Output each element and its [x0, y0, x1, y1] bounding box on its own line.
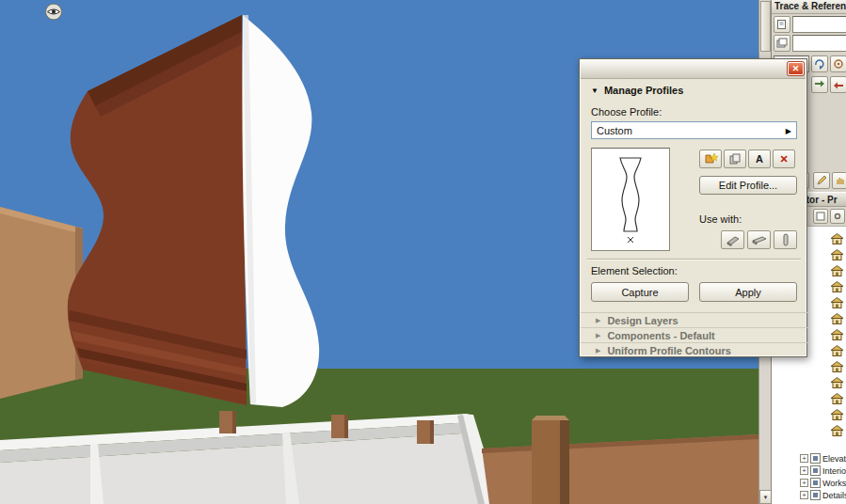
nav-item-elevations[interactable]: + Elevations	[772, 452, 846, 465]
nav-item-label: Details	[822, 491, 846, 500]
collapsed-triangle-icon: ▶	[596, 332, 600, 339]
rename-profile-button[interactable]: A	[748, 150, 771, 168]
collapsed-triangle-icon: ▶	[596, 317, 600, 324]
manage-profiles-section-header[interactable]: ▼ Manage Profiles	[591, 84, 683, 97]
reset-reference-button[interactable]	[830, 55, 846, 72]
nav-item-label: Interior Elevations	[822, 466, 846, 476]
nav-item-label: Worksheets	[822, 479, 846, 488]
story-house-icon	[831, 425, 843, 436]
new-profile-button[interactable]	[699, 150, 722, 168]
story-item[interactable]	[772, 358, 846, 374]
apply-button[interactable]: Apply	[699, 282, 797, 302]
section-label: Components - Default	[607, 330, 714, 341]
trace-reference-title[interactable]: Trace & Reference	[772, 0, 846, 14]
section-components-default[interactable]: ▶ Components - Default	[581, 327, 807, 342]
reference-source-dropdown[interactable]	[792, 35, 846, 52]
switch-reference-button[interactable]	[811, 76, 828, 93]
profile-outline-drawing	[592, 149, 669, 250]
scroll-down-icon: ▼	[763, 495, 769, 500]
story-item[interactable]	[772, 374, 846, 390]
element-selection-label: Element Selection:	[591, 265, 678, 276]
choose-profile-label: Choose Profile:	[591, 106, 662, 118]
navigator-settings-button[interactable]	[830, 209, 845, 224]
story-house-icon	[831, 313, 843, 324]
use-with-wall-button[interactable]	[721, 230, 744, 249]
expand-toggle-icon[interactable]: +	[800, 466, 808, 475]
section-label: Design Layers	[607, 315, 678, 326]
interior-elevation-icon	[810, 465, 821, 476]
archicad-window: ▼ Trace & Reference	[0, 0, 846, 504]
dropdown-arrow-icon: ▶	[786, 127, 791, 135]
eye-preview-button[interactable]	[43, 2, 64, 22]
story-house-icon	[831, 233, 843, 244]
transfer-reference-button[interactable]	[830, 76, 846, 93]
story-house-icon	[831, 409, 843, 420]
manage-profiles-dialog: ✕ ▼ Manage Profiles Choose Profile: Cust…	[579, 58, 807, 357]
detail-icon	[810, 490, 821, 500]
story-item[interactable]	[772, 422, 846, 438]
collapsed-sections: ▶ Design Layers ▶ Components - Default ▶…	[581, 312, 807, 357]
new-profile-icon	[703, 152, 718, 165]
swap-arrows-icon	[814, 79, 825, 90]
expand-toggle-icon[interactable]: +	[800, 454, 808, 463]
story-item[interactable]	[772, 406, 846, 422]
expand-toggle-icon[interactable]: +	[800, 479, 808, 487]
reference-settings-button[interactable]	[774, 35, 790, 52]
reference-page-icon	[776, 19, 788, 30]
nav-item-worksheets[interactable]: + Worksheets	[772, 477, 846, 489]
hand-tool-button[interactable]	[832, 172, 846, 189]
pencil-icon	[816, 175, 827, 186]
expand-toggle-icon[interactable]: +	[800, 491, 808, 499]
column-icon	[782, 233, 790, 246]
story-house-icon	[831, 361, 843, 372]
profile-select-value: Custom	[597, 125, 632, 136]
story-house-icon	[831, 393, 843, 404]
dialog-titlebar[interactable]	[581, 60, 806, 79]
trace-reference-button[interactable]	[774, 16, 790, 33]
worksheet-icon	[810, 478, 821, 488]
story-house-icon	[831, 377, 843, 388]
story-house-icon	[831, 249, 843, 260]
story-house-icon	[831, 265, 843, 276]
gear-icon	[833, 212, 842, 221]
eye-icon	[44, 3, 63, 21]
beam-icon	[752, 234, 767, 245]
story-item[interactable]	[772, 390, 846, 406]
rename-icon: A	[756, 153, 763, 165]
use-with-beam-button[interactable]	[747, 230, 771, 249]
delete-profile-button[interactable]: ✕	[773, 150, 795, 168]
capture-button[interactable]: Capture	[591, 282, 689, 302]
tree-view-icon	[816, 212, 825, 221]
nav-item-details[interactable]: + Details	[772, 489, 846, 501]
pencil-tool-button[interactable]	[813, 172, 830, 189]
use-with-column-button[interactable]	[774, 230, 797, 249]
section-label: Uniform Profile Contours	[607, 345, 730, 356]
section-design-layers[interactable]: ▶ Design Layers	[581, 312, 807, 327]
close-button[interactable]: ✕	[788, 62, 804, 75]
trace-option-dropdown[interactable]	[792, 16, 846, 33]
elevation-icon	[810, 453, 821, 464]
collapsed-triangle-icon: ▶	[596, 347, 600, 354]
reference-layers-icon	[776, 38, 788, 49]
story-house-icon	[831, 281, 843, 292]
use-with-label: Use with:	[699, 213, 742, 225]
profile-preview	[591, 148, 670, 251]
edit-profile-button[interactable]: Edit Profile...	[699, 176, 797, 195]
hand-icon	[835, 175, 846, 186]
rotate-icon	[814, 58, 825, 70]
swap-back-icon	[833, 79, 844, 90]
scrollbar-thumb[interactable]	[760, 1, 771, 52]
rotate-reference-button[interactable]	[811, 55, 828, 72]
wall-icon	[726, 234, 741, 246]
navigator-bottom-items: + Elevations + Interior Elevations + Wor…	[772, 452, 846, 501]
profile-toolbar: A ✕	[699, 150, 795, 168]
duplicate-profile-icon	[728, 152, 742, 165]
nav-item-interior-elevations[interactable]: + Interior Elevations	[772, 465, 846, 477]
profile-select[interactable]: Custom ▶	[591, 121, 797, 139]
navigator-view-button[interactable]	[813, 209, 828, 224]
story-house-icon	[831, 329, 843, 340]
duplicate-profile-button[interactable]	[724, 150, 746, 168]
story-house-icon	[831, 345, 843, 356]
section-uniform-profile-contours[interactable]: ▶ Uniform Profile Contours	[581, 342, 807, 357]
delete-icon: ✕	[779, 153, 788, 165]
